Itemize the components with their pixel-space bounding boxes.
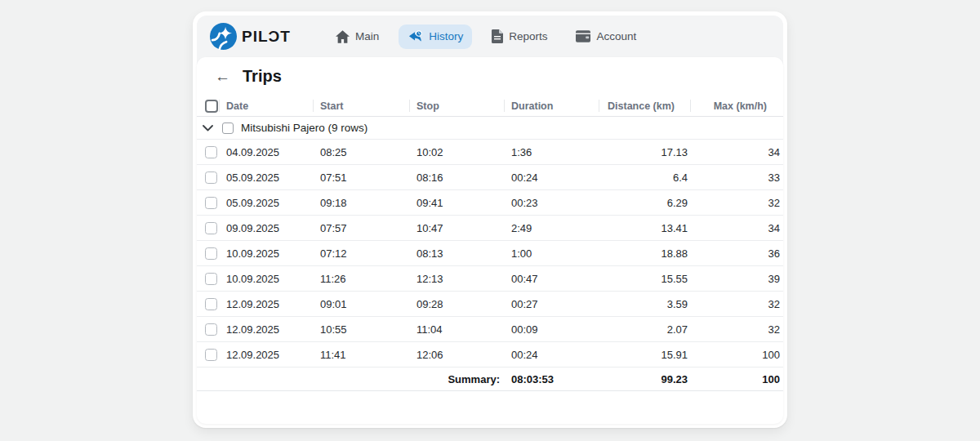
row-checkbox[interactable] — [205, 247, 217, 260]
row-checkbox[interactable] — [205, 349, 217, 361]
row-checkbox[interactable] — [205, 146, 217, 158]
nav-item-main[interactable]: Main — [327, 24, 388, 49]
table-header-row: Date Start Stop Duration Distance (km) M… — [197, 96, 783, 117]
trip-start: 07:51 — [314, 172, 410, 184]
nav-item-account[interactable]: Account — [567, 24, 645, 48]
trip-date: 09.09.2025 — [220, 222, 314, 234]
trip-duration: 00:23 — [505, 197, 599, 209]
trip-stop: 10:47 — [410, 222, 505, 234]
trip-row[interactable]: 05.09.2025 07:51 08:16 00:24 6.4 33 — [197, 165, 783, 190]
trip-max-speed: 100 — [691, 349, 783, 361]
trip-row[interactable]: 10.09.2025 11:26 12:13 00:47 15.55 39 — [197, 266, 783, 292]
trip-start: 07:57 — [314, 222, 410, 234]
nav-item-reports[interactable]: Reports — [483, 24, 556, 49]
column-header-duration[interactable]: Duration — [505, 96, 599, 116]
summary-label: Summary: — [410, 373, 505, 385]
trip-duration: 00:47 — [505, 273, 599, 285]
trip-row[interactable]: 10.09.2025 07:12 08:13 1:00 18.88 36 — [197, 241, 783, 266]
trip-date: 04.09.2025 — [220, 146, 314, 158]
trip-max-speed: 32 — [691, 323, 783, 336]
trip-start: 08:25 — [314, 146, 410, 158]
summary-row: Summary: 08:03:53 99.23 100 — [197, 368, 783, 391]
trip-row[interactable]: 04.09.2025 08:25 10:02 1:36 17.13 34 — [197, 140, 783, 165]
nav-item-label: History — [429, 30, 463, 42]
nav-item-history[interactable]: History — [399, 24, 472, 49]
trip-stop: 09:41 — [410, 197, 505, 209]
trip-distance: 18.88 — [599, 247, 691, 260]
trip-distance: 2.07 — [599, 323, 691, 336]
history-icon — [408, 30, 423, 43]
trip-row[interactable]: 09.09.2025 07:57 10:47 2:49 13.41 34 — [197, 216, 783, 241]
column-header-distance[interactable]: Distance (km) — [599, 96, 691, 116]
trip-max-speed: 39 — [691, 273, 783, 285]
report-icon — [492, 29, 503, 43]
vehicle-group-row[interactable]: Mitsubishi Pajero (9 rows) — [197, 117, 783, 140]
wallet-icon — [576, 30, 590, 42]
trip-date: 10.09.2025 — [220, 247, 314, 260]
trip-duration: 2:49 — [505, 222, 599, 234]
trip-max-speed: 32 — [691, 298, 783, 310]
trip-duration: 00:27 — [505, 298, 599, 310]
trip-distance: 6.4 — [599, 172, 691, 184]
nav-item-label: Main — [355, 30, 379, 42]
trip-start: 11:26 — [314, 273, 410, 285]
trip-stop: 08:16 — [410, 172, 505, 184]
trip-distance: 6.29 — [599, 197, 691, 209]
trip-start: 09:01 — [314, 298, 410, 310]
trip-date: 05.09.2025 — [220, 172, 314, 184]
row-checkbox[interactable] — [205, 273, 217, 285]
brand-name: PILƆT — [242, 28, 291, 46]
trip-distance: 15.55 — [599, 273, 691, 285]
main-nav: Main History — [327, 24, 645, 49]
trip-duration: 00:24 — [505, 172, 599, 184]
top-nav-bar: PILƆT Main History — [197, 16, 783, 57]
trip-distance: 17.13 — [599, 146, 691, 158]
trip-distance: 3.59 — [599, 298, 691, 310]
brand-logo[interactable]: PILƆT — [210, 23, 291, 50]
group-checkbox[interactable] — [222, 122, 234, 134]
back-button[interactable]: ← — [215, 69, 228, 84]
trip-distance: 15.91 — [599, 349, 691, 361]
trip-stop: 09:28 — [410, 298, 505, 310]
select-all-checkbox[interactable] — [205, 100, 218, 113]
page-header: ← Trips — [197, 57, 783, 96]
content-panel: ← Trips Date Start Stop Duration Distanc… — [197, 57, 783, 424]
trip-max-speed: 33 — [691, 172, 783, 184]
trip-duration: 1:36 — [505, 146, 599, 158]
pilot-logo-icon — [210, 23, 237, 50]
column-header-start[interactable]: Start — [314, 96, 410, 116]
trip-stop: 08:13 — [410, 247, 505, 260]
trip-date: 05.09.2025 — [220, 197, 314, 209]
trip-stop: 12:13 — [410, 273, 505, 285]
trip-max-speed: 34 — [691, 222, 783, 234]
chevron-down-icon[interactable] — [203, 125, 213, 131]
trip-distance: 13.41 — [599, 222, 691, 234]
row-checkbox[interactable] — [205, 172, 217, 184]
trip-max-speed: 36 — [691, 247, 783, 260]
trip-row[interactable]: 12.09.2025 09:01 09:28 00:27 3.59 32 — [197, 292, 783, 317]
row-checkbox[interactable] — [205, 222, 217, 234]
trip-duration: 00:09 — [505, 323, 599, 336]
trip-max-speed: 34 — [691, 146, 783, 158]
nav-item-label: Account — [596, 30, 636, 42]
summary-duration: 08:03:53 — [505, 373, 599, 385]
trip-date: 12.09.2025 — [220, 298, 314, 310]
row-checkbox[interactable] — [205, 298, 217, 310]
summary-distance: 99.23 — [599, 373, 691, 385]
trip-start: 07:12 — [314, 247, 410, 260]
app-surface: PILƆT Main History — [197, 16, 783, 424]
column-header-date[interactable]: Date — [220, 96, 314, 116]
trip-row[interactable]: 12.09.2025 11:41 12:06 00:24 15.91 100 — [197, 342, 783, 368]
trip-duration: 1:00 — [505, 247, 599, 260]
trip-row[interactable]: 12.09.2025 10:55 11:04 00:09 2.07 32 — [197, 317, 783, 342]
row-checkbox[interactable] — [205, 197, 217, 209]
trip-start: 09:18 — [314, 197, 410, 209]
trip-row[interactable]: 05.09.2025 09:18 09:41 00:23 6.29 32 — [197, 190, 783, 216]
trip-max-speed: 32 — [691, 197, 783, 209]
column-header-max[interactable]: Max (km/h) — [691, 96, 783, 116]
row-checkbox[interactable] — [205, 323, 217, 336]
home-icon — [336, 30, 350, 43]
column-header-stop[interactable]: Stop — [410, 96, 505, 116]
app-window: PILƆT Main History — [193, 11, 787, 428]
trip-stop: 11:04 — [410, 323, 505, 336]
